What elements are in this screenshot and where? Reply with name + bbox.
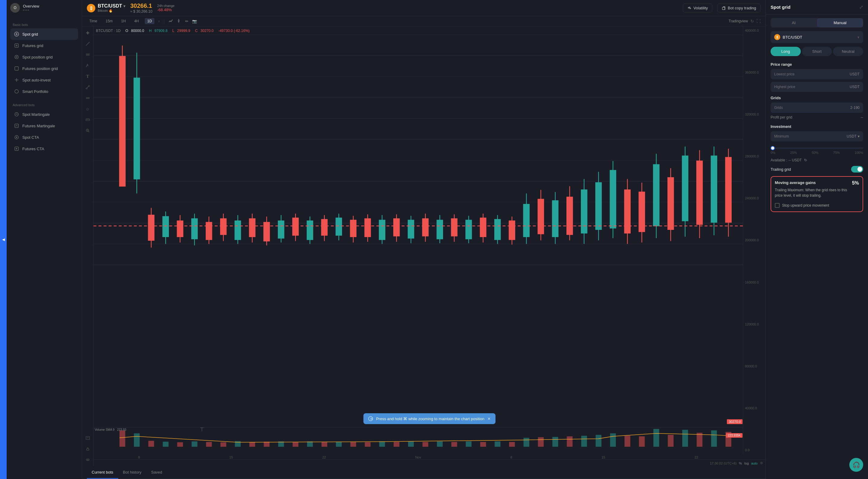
pencil-icon[interactable]: ✏ (185, 19, 188, 24)
tradingview-watermark: T (199, 425, 208, 435)
currency-select[interactable]: USDT ▾ (846, 134, 860, 139)
svg-rect-170 (639, 437, 645, 447)
grids-input[interactable] (774, 106, 850, 110)
spot-cta-label: Spot CTA (22, 135, 39, 140)
investment-slider[interactable] (771, 148, 863, 149)
volume-badge: 223.935K (726, 433, 743, 438)
chart-area[interactable]: BTCUSDT · 1D O 80000.0 H 97909.8 L 29999… (93, 26, 766, 466)
price-main: 30266.1 (130, 2, 152, 9)
sidebar-item-spot-auto-invest[interactable]: Spot auto-invest (10, 74, 78, 86)
trendline-tool[interactable] (84, 39, 92, 48)
sidebar-item-futures-position-grid[interactable]: Futures position grid (10, 63, 78, 74)
svg-rect-141 (220, 442, 226, 447)
topbar: ₿ BTC/USDT ▾ Bitcoin 🔥 30266.1 ≈ $ 30,26… (82, 0, 766, 16)
tooltip-close-button[interactable]: ✕ (487, 417, 491, 421)
svg-rect-98 (480, 218, 486, 237)
currency-dropdown-icon: ▾ (858, 134, 860, 139)
svg-rect-140 (206, 442, 212, 447)
svg-rect-174 (697, 433, 703, 447)
pair-chevron-icon: ▾ (858, 35, 860, 39)
camera-icon[interactable]: 📷 (192, 19, 197, 24)
trailing-grid-toggle[interactable] (851, 166, 863, 173)
sidebar-item-spot-position-grid[interactable]: Spot position grid (10, 51, 78, 63)
copy-trading-icon (722, 6, 726, 10)
sidebar-item-smart-portfolio[interactable]: Smart Portfolio (10, 86, 78, 97)
lock-tool[interactable] (84, 445, 92, 453)
settings-tool[interactable] (84, 94, 92, 102)
svg-rect-86 (394, 219, 399, 236)
volatility-button[interactable]: Volatility (683, 4, 712, 12)
svg-point-5 (15, 113, 19, 116)
refresh-balance-icon[interactable]: ↻ (804, 158, 807, 162)
investment-input[interactable] (774, 134, 846, 139)
svg-rect-84 (379, 220, 385, 240)
tab-bot-history[interactable]: Bot history (118, 466, 146, 479)
svg-point-18 (88, 85, 90, 87)
percent-btn[interactable]: % (739, 461, 742, 465)
mode-tab-manual[interactable]: Manual (817, 18, 864, 27)
refresh-chart-icon[interactable]: ↻ (750, 19, 754, 24)
timeframe-4h-button[interactable]: 4H (132, 18, 141, 24)
candle-icon[interactable] (177, 19, 182, 24)
sidebar-item-spot-grid[interactable]: Spot grid (10, 28, 78, 40)
settings-chart-icon[interactable]: ⚙ (760, 461, 763, 465)
emoji-tool[interactable]: ☺ (84, 105, 92, 113)
fullscreen-icon[interactable]: ⛶ (756, 19, 761, 24)
svg-rect-172 (668, 435, 674, 447)
svg-rect-166 (581, 436, 587, 447)
advanced-bots-section: Advanced bots Spot Martingale Futures Ma… (7, 98, 82, 156)
dropdown-icon[interactable]: ▾ (123, 4, 125, 8)
pair-info: ₿ BTC/USDT ▾ Bitcoin 🔥 (87, 3, 125, 13)
grids-title: Grids (766, 93, 868, 101)
text-tool[interactable]: T (84, 72, 92, 81)
sidebar-item-spot-cta[interactable]: Spot CTA (10, 131, 78, 143)
tradingview-label: Tradingview (728, 19, 748, 23)
ohlc-info: BTCUSDT · 1D O 80000.0 H 97909.8 L 29999… (96, 29, 251, 33)
smart-portfolio-label: Smart Portfolio (22, 89, 48, 94)
sidebar-item-futures-martingale[interactable]: Futures Martingale (10, 120, 78, 131)
svg-rect-167 (596, 435, 601, 447)
direction-long-tab[interactable]: Long (771, 47, 801, 56)
lowest-price-input[interactable] (774, 72, 849, 76)
horizontal-line-tool[interactable] (84, 50, 92, 59)
tab-saved[interactable]: Saved (146, 466, 167, 479)
highest-price-input[interactable] (774, 85, 849, 89)
tab-current-bots[interactable]: Current bots (87, 466, 118, 479)
bot-copy-trading-button[interactable]: Bot copy trading (717, 4, 761, 12)
grids-row: 2-190 (771, 102, 863, 113)
pen-tool[interactable] (84, 61, 92, 70)
timeframe-1h-button[interactable]: 1H (119, 18, 128, 24)
svg-rect-148 (321, 442, 327, 447)
crosshair-tool[interactable]: ✚ (84, 29, 92, 37)
chart-type-icon[interactable] (168, 19, 173, 24)
time-selector-button[interactable]: Time (87, 18, 99, 24)
rp-expand-button[interactable]: ⤢ (859, 4, 863, 10)
mode-tab-ai[interactable]: AI (771, 18, 817, 27)
timeframe-15m-button[interactable]: 15m (103, 18, 115, 24)
node-tool[interactable] (84, 83, 92, 91)
sidebar-item-futures-cta[interactable]: Futures CTA (10, 143, 78, 154)
sidebar-item-overview[interactable]: O Overview •••• (7, 0, 82, 18)
main-area: ₿ BTC/USDT ▾ Bitcoin 🔥 30266.1 ≈ $ 30,26… (82, 0, 766, 479)
annotation-tool[interactable] (84, 434, 92, 442)
svg-rect-52 (148, 215, 154, 240)
ruler-tool[interactable] (84, 116, 92, 124)
svg-rect-144 (264, 442, 270, 447)
auto-btn[interactable]: auto (751, 461, 757, 465)
svg-rect-173 (682, 430, 688, 447)
sidebar-item-futures-grid[interactable]: Futures grid (10, 40, 78, 51)
support-button[interactable]: 🎧 (849, 458, 863, 472)
direction-short-tab[interactable]: Short (802, 47, 832, 56)
direction-neutral-tab[interactable]: Neutral (833, 47, 863, 56)
pair-selector[interactable]: ₿ BTC/USDT ▾ (771, 31, 863, 43)
svg-rect-158 (466, 441, 471, 447)
sidebar-item-spot-martingale[interactable]: Spot Martingale (10, 109, 78, 120)
trailing-checkbox[interactable] (775, 203, 780, 208)
timeframe-1d-button[interactable]: 1D (145, 18, 154, 24)
log-btn[interactable]: log (744, 461, 749, 465)
zoom-tool[interactable] (84, 126, 92, 135)
svg-rect-155 (423, 442, 428, 447)
eye-tool[interactable] (84, 455, 92, 464)
overview-label: Overview (23, 4, 39, 8)
sidebar-toggle-button[interactable]: ◀ (0, 0, 7, 479)
